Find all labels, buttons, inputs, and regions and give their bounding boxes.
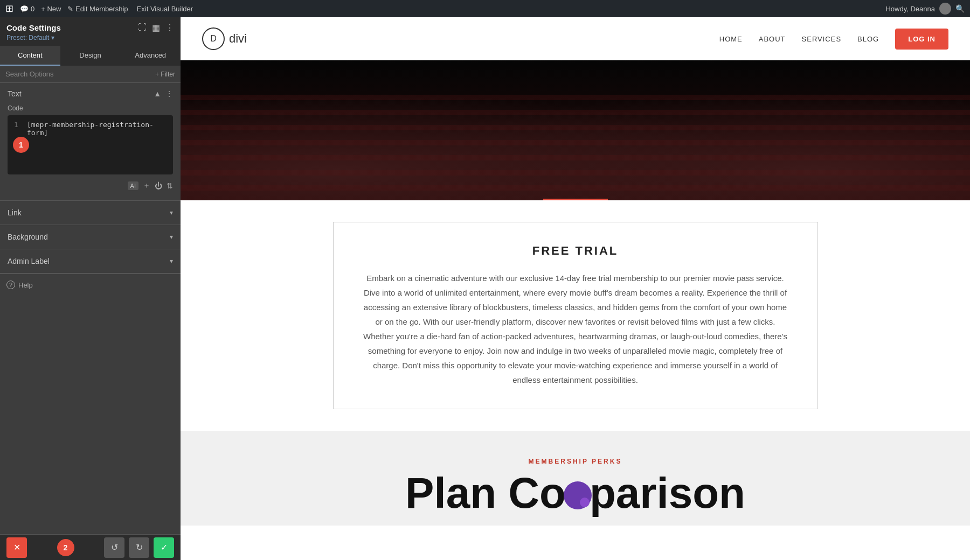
site-nav: D divi HOME ABOUT SERVICES BLOG LOG IN	[181, 17, 970, 60]
text-section-more-icon[interactable]: ⋮	[165, 89, 173, 98]
top-bar-right: Howdy, Deanna 🔍	[885, 3, 965, 15]
columns-icon[interactable]: ▦	[152, 23, 160, 33]
wordpress-icon[interactable]: ⊞	[5, 3, 13, 15]
search-options-bar: + Filter	[0, 66, 181, 83]
tab-advanced[interactable]: Advanced	[120, 46, 181, 66]
sidebar-title-row: Code Settings ⛶ ▦ ⋮	[6, 23, 174, 33]
background-section-title: Background	[8, 233, 48, 241]
avatar-in-title	[564, 481, 592, 509]
arrows-icon[interactable]: ⇅	[167, 181, 173, 190]
code-toolbar: AI ＋ ⏻ ⇅	[8, 179, 173, 193]
code-content: [mepr-membership-registration-form]	[27, 121, 167, 137]
site-logo: D divi	[202, 27, 247, 50]
bottom-action-bar: ✕ 2 ↺ ↻ ✓	[0, 534, 181, 560]
fullscreen-icon[interactable]: ⛶	[138, 23, 147, 33]
power-icon[interactable]: ⏻	[155, 181, 162, 190]
preset-value[interactable]: Default ▾	[29, 34, 54, 41]
nav-home[interactable]: HOME	[719, 35, 743, 43]
free-trial-box: FREE TRIAL Embark on a cinematic adventu…	[333, 222, 818, 409]
search-options-input[interactable]	[5, 70, 152, 78]
background-chevron-icon: ▾	[170, 233, 173, 241]
membership-perks-label: MEMBERSHIP PERKS	[191, 458, 959, 465]
filter-button[interactable]: + Filter	[155, 71, 175, 78]
nav-services[interactable]: SERVICES	[802, 35, 842, 43]
hero-section	[181, 60, 970, 200]
badge-1: 1	[13, 137, 29, 153]
bottom-center: 2	[57, 539, 74, 556]
text-section-body: Code 1 [mepr-membership-registration-for…	[0, 104, 181, 200]
preset-row: Preset: Default ▾	[6, 34, 174, 41]
website-preview: D divi HOME ABOUT SERVICES BLOG LOG IN	[181, 17, 970, 560]
user-greeting: Howdy, Deanna	[885, 5, 935, 13]
link-section-title: Link	[8, 208, 22, 217]
text-section: Text ▲ ⋮ Code 1 [mepr-membership-registr…	[0, 83, 181, 201]
code-editor[interactable]: 1 [mepr-membership-registration-form] 1	[8, 115, 173, 174]
membership-perks-section: MEMBERSHIP PERKS Plan Co parison	[181, 431, 970, 526]
badge-2: 2	[57, 539, 74, 556]
redo-button[interactable]: ↻	[129, 537, 149, 558]
free-trial-section: FREE TRIAL Embark on a cinematic adventu…	[181, 200, 970, 431]
search-button[interactable]: 🔍	[955, 4, 965, 13]
help-link[interactable]: ? Help	[6, 281, 174, 289]
tab-design[interactable]: Design	[60, 46, 121, 66]
comments-link[interactable]: 💬 0	[20, 5, 34, 13]
free-trial-body: Embark on a cinematic adventure with our…	[361, 271, 791, 387]
sidebar-header-icons: ⛶ ▦ ⋮	[138, 23, 174, 33]
free-trial-title: FREE TRIAL	[361, 244, 791, 258]
hero-underline	[543, 199, 608, 200]
admin-label-chevron-icon: ▾	[170, 257, 173, 265]
collapse-icon[interactable]: ▲	[154, 89, 161, 98]
text-section-icons: ▲ ⋮	[154, 89, 173, 98]
link-section[interactable]: Link ▾	[0, 201, 181, 225]
more-options-icon[interactable]: ⋮	[165, 23, 174, 33]
sidebar-header: Code Settings ⛶ ▦ ⋮ Preset: Default ▾	[0, 17, 181, 46]
sidebar: Code Settings ⛶ ▦ ⋮ Preset: Default ▾ Co…	[0, 17, 181, 560]
sidebar-title: Code Settings	[6, 23, 61, 32]
admin-label-section[interactable]: Admin Label ▾	[0, 249, 181, 274]
exit-visual-builder-link[interactable]: Exit Visual Builder	[137, 5, 193, 13]
new-button[interactable]: + New	[41, 5, 61, 13]
sidebar-footer: ? Help	[0, 274, 181, 296]
ai-icon[interactable]: AI	[128, 181, 138, 190]
main-content: D divi HOME ABOUT SERVICES BLOG LOG IN	[181, 17, 970, 560]
site-nav-links: HOME ABOUT SERVICES BLOG LOG IN	[719, 29, 948, 50]
edit-membership-link[interactable]: ✎ Edit Membership	[67, 5, 128, 13]
logo-circle: D	[202, 27, 225, 50]
sidebar-tabs: Content Design Advanced	[0, 46, 181, 66]
cancel-button[interactable]: ✕	[6, 537, 27, 558]
bottom-left: ✕	[6, 537, 27, 558]
line-number: 1	[14, 121, 22, 129]
background-section[interactable]: Background ▾	[0, 225, 181, 249]
code-label: Code	[8, 104, 173, 112]
user-avatar	[939, 3, 951, 15]
top-bar: ⊞ 💬 0 + New ✎ Edit Membership Exit Visua…	[0, 0, 970, 17]
logo-text: divi	[229, 32, 247, 46]
tab-content[interactable]: Content	[0, 46, 60, 66]
undo-button[interactable]: ↺	[104, 537, 124, 558]
link-chevron-icon: ▾	[170, 209, 173, 216]
admin-label-section-title: Admin Label	[8, 257, 50, 265]
save-button[interactable]: ✓	[154, 537, 174, 558]
text-section-header[interactable]: Text ▲ ⋮	[0, 83, 181, 104]
comment-icon: 💬	[20, 5, 29, 13]
nav-blog[interactable]: BLOG	[857, 35, 879, 43]
seats-overlay	[181, 93, 970, 200]
text-section-title: Text	[8, 89, 22, 98]
login-button[interactable]: LOG IN	[895, 29, 948, 50]
sidebar-content: Text ▲ ⋮ Code 1 [mepr-membership-registr…	[0, 83, 181, 534]
nav-about[interactable]: ABOUT	[759, 35, 786, 43]
bottom-right: ↺ ↻ ✓	[104, 537, 174, 558]
top-bar-left: ⊞ 💬 0 + New ✎ Edit Membership Exit Visua…	[5, 3, 193, 15]
add-icon[interactable]: ＋	[143, 181, 150, 191]
help-icon: ?	[6, 281, 15, 289]
main-layout: Code Settings ⛶ ▦ ⋮ Preset: Default ▾ Co…	[0, 17, 970, 560]
code-line-1: 1 [mepr-membership-registration-form]	[14, 121, 167, 137]
plan-comparison-title: Plan Co parison	[191, 472, 959, 515]
